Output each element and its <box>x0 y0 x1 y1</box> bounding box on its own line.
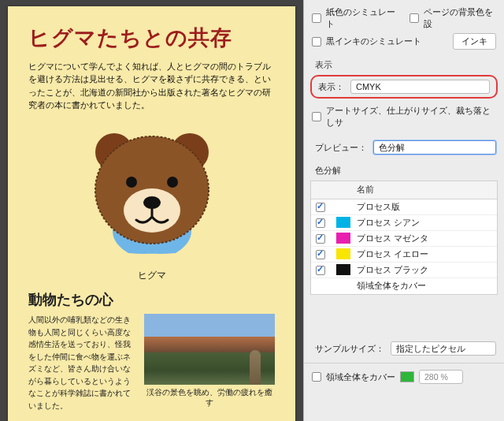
body-paragraph: 人間以外の哺乳類などの生き物も人間と同じくらい高度な感情生活を送っており、怪我を… <box>28 314 136 412</box>
display-select[interactable]: CMYK <box>350 80 490 94</box>
page-title: ヒグマたちとの共存 <box>28 24 275 52</box>
svg-point-4 <box>126 177 137 188</box>
photo-canyon <box>144 314 275 385</box>
preview-select[interactable]: 色分解 <box>373 140 496 155</box>
plate-name: プロセス シアン <box>352 216 497 230</box>
plate-name: プロセス ブラック <box>352 263 497 278</box>
output-preview-panel: 紙色のシミュレート ページの背景色を設 黒インキのシミュレート インキ 表示 表… <box>303 0 504 421</box>
lead-paragraph: ヒグマについて学んでよく知れば、人とヒグマの間のトラブルを避ける方法は見出せる、… <box>28 60 275 111</box>
plate-name: 領域全体をカバー <box>352 279 497 293</box>
plate-checkbox[interactable] <box>316 266 325 275</box>
cover-swatch[interactable] <box>400 371 414 382</box>
display-field-highlight: 表示： CMYK <box>310 75 498 99</box>
svg-point-5 <box>167 177 178 188</box>
label-cover-all: 領域全体をカバー <box>326 371 395 383</box>
plate-checkbox[interactable] <box>316 234 325 244</box>
plate-row: プロセス ブラック <box>311 263 497 278</box>
subheading: 動物たちの心 <box>28 290 275 309</box>
page: ヒグマたちとの共存 ヒグマについて学んでよく知れば、人とヒグマの間のトラブルを避… <box>8 6 295 421</box>
plate-row: 領域全体をカバー <box>311 278 497 294</box>
plate-name: プロセス マゼンタ <box>352 232 497 246</box>
plate-checkbox[interactable] <box>316 250 325 259</box>
plate-row: プロセス マゼンタ <box>311 231 497 247</box>
section-display: 表示 <box>304 51 504 73</box>
sample-size-select[interactable]: 指定したピクセル <box>391 341 496 356</box>
section-separations: 色分解 <box>304 157 504 179</box>
plate-row: プロセス版 <box>311 199 497 215</box>
plate-checkbox[interactable] <box>316 203 325 212</box>
plate-row: プロセス イエロー <box>311 247 497 263</box>
plate-swatch <box>336 248 350 259</box>
column-name: 名前 <box>352 181 497 199</box>
checkbox-simulate-black[interactable] <box>312 37 321 47</box>
plate-name: プロセス イエロー <box>352 248 497 262</box>
bear-illustration <box>73 117 231 267</box>
plate-name: プロセス版 <box>352 200 497 214</box>
display-label: 表示： <box>318 81 344 93</box>
checkbox-artsize[interactable] <box>312 112 321 121</box>
label-simulate-paper: 紙色のシミュレート <box>326 6 398 30</box>
label-simulate-black: 黒インキのシミュレート <box>326 35 421 47</box>
label-artsize: アートサイズ、仕上がりサイズ、裁ち落としサ <box>326 105 496 129</box>
bear-caption: ヒグマ <box>138 269 166 282</box>
checkbox-simulate-bg[interactable] <box>410 13 419 23</box>
plate-swatch <box>336 264 350 275</box>
checkbox-simulate-paper[interactable] <box>312 13 321 23</box>
plate-row: プロセス シアン <box>311 215 497 231</box>
plate-swatch <box>336 233 350 244</box>
ink-button[interactable]: インキ <box>453 33 496 50</box>
sample-size-label: サンプルサイズ： <box>315 343 384 355</box>
checkbox-cover-all[interactable] <box>312 372 321 382</box>
document-canvas: ヒグマたちとの共存 ヒグマについて学んでよく知れば、人とヒグマの間のトラブルを避… <box>0 0 303 421</box>
separations-table: 名前 プロセス版プロセス シアンプロセス マゼンタプロセス イエロープロセス ブ… <box>310 181 498 295</box>
photo-caption: 渓谷の景色を眺め、労働の疲れを癒す <box>144 388 275 408</box>
label-simulate-bg: ページの背景色を設 <box>424 6 496 30</box>
cover-percent-select[interactable]: 280 % <box>419 370 463 384</box>
preview-label: プレビュー： <box>315 142 367 154</box>
plate-checkbox[interactable] <box>316 218 325 228</box>
plate-swatch <box>336 217 350 228</box>
